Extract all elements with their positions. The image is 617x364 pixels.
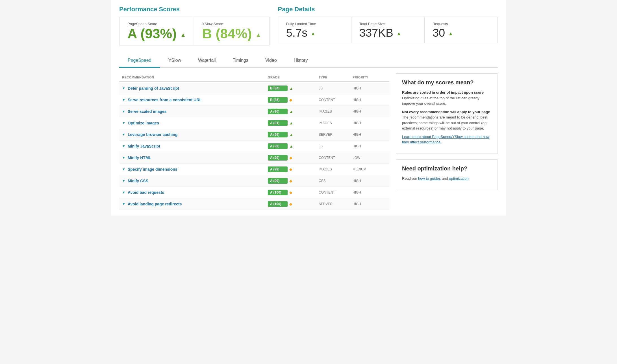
pagespeed-score-value: A (93%) ▲ [127, 27, 186, 41]
scores-bold2: Not every recommendation will apply to y… [402, 110, 490, 114]
tab-timings[interactable]: Timings [224, 54, 257, 68]
scores-info-p2: Not every recommendation will apply to y… [402, 109, 492, 131]
grade-pill: A (99) [268, 155, 288, 161]
rec-name-text: Specify image dimensions [128, 167, 177, 172]
scores-bold1: Rules are sorted in order of impact upon… [402, 90, 484, 95]
optimization-link[interactable]: optimization [449, 176, 468, 181]
page-size-box: Total Page Size 337KB ▲ [351, 17, 425, 43]
grade-pill: A (91) [268, 120, 288, 126]
col-grade: GRADE [268, 76, 319, 79]
loaded-time-box: Fully Loaded Time 5.7s ▲ [278, 17, 351, 43]
table-row: ▼ Serve resources from a consistent URL … [119, 94, 389, 106]
priority-cell: HIGH [353, 144, 386, 148]
toggle-arrow-icon: ▼ [122, 144, 125, 148]
rec-name[interactable]: ▼ Minify CSS [122, 179, 268, 183]
table-row: ▼ Leverage browser caching A (96) ▲ SERV… [119, 129, 389, 141]
details-panel: Fully Loaded Time 5.7s ▲ Total Page Size… [278, 17, 498, 43]
type-cell: IMAGES [319, 167, 353, 171]
table-row: ▼ Serve scaled images A (90) ▲ IMAGES HI… [119, 106, 389, 117]
priority-cell: HIGH [353, 121, 386, 125]
rec-name-text: Minify HTML [128, 155, 151, 160]
yslow-score-box: YSlow Score B (84%) ▲ [194, 17, 269, 45]
grade-bar: A (99) ▲ [268, 143, 319, 149]
tab-yslow[interactable]: YSlow [160, 54, 190, 68]
toggle-arrow-icon: ▼ [122, 190, 125, 194]
table-row: ▼ Avoid bad requests A (100) ◆ CONTENT H… [119, 187, 389, 198]
rec-name[interactable]: ▼ Optimize images [122, 121, 268, 125]
toggle-arrow-icon: ▼ [122, 133, 125, 137]
rec-name[interactable]: ▼ Minify HTML [122, 155, 268, 160]
page-size-value: 337KB ▲ [359, 27, 416, 38]
priority-cell: HIGH [353, 133, 386, 137]
tab-history[interactable]: History [285, 54, 316, 68]
toggle-arrow-icon: ▼ [122, 98, 125, 102]
grade-diamond-icon: ◆ [289, 190, 292, 195]
type-cell: SERVER [319, 202, 353, 206]
scores-info-title: What do my scores mean? [402, 79, 492, 86]
rec-name-text: Serve scaled images [128, 109, 167, 114]
rec-name-text: Defer parsing of JavaScript [128, 86, 179, 91]
yslow-score-value: B (84%) ▲ [202, 27, 261, 41]
scores-info-p1: Rules are sorted in order of impact upon… [402, 90, 492, 106]
loaded-time-arrow: ▲ [310, 31, 316, 36]
toggle-arrow-icon: ▼ [122, 156, 125, 160]
grade-pill: A (100) [268, 201, 288, 207]
table-row: ▼ Avoid landing page redirects A (100) ◆… [119, 198, 389, 210]
rec-name[interactable]: ▼ Specify image dimensions [122, 167, 268, 172]
requests-box: Requests 30 ▲ [425, 17, 497, 43]
type-cell: JS [319, 86, 353, 90]
grade-bar: A (91) ▲ [268, 120, 319, 126]
grade-pill: A (99) [268, 143, 288, 149]
rec-name[interactable]: ▼ Serve resources from a consistent URL [122, 98, 268, 102]
grade-pill: B (85) [268, 97, 288, 103]
type-cell: CONTENT [319, 190, 353, 194]
rec-name[interactable]: ▼ Defer parsing of JavaScript [122, 86, 268, 91]
toggle-arrow-icon: ▼ [122, 109, 125, 113]
tab-video[interactable]: Video [257, 54, 285, 68]
rec-name-text: Serve resources from a consistent URL [128, 98, 202, 102]
rec-name[interactable]: ▼ Avoid bad requests [122, 190, 268, 195]
table-row: ▼ Optimize images A (91) ▲ IMAGES HIGH [119, 117, 389, 129]
col-recommendation: RECOMMENDATION [122, 76, 268, 79]
type-cell: IMAGES [319, 121, 353, 125]
priority-cell: MEDIUM [353, 167, 386, 171]
grade-up-icon: ▲ [289, 144, 293, 148]
tab-waterfall[interactable]: Waterfall [190, 54, 224, 68]
priority-cell: HIGH [353, 202, 386, 206]
rec-name[interactable]: ▼ Avoid landing page redirects [122, 202, 268, 206]
recommendations-table-body: ▼ Defer parsing of JavaScript B (84) ▲ J… [119, 83, 389, 210]
yslow-score-label: YSlow Score [202, 22, 261, 26]
performance-scores-title: Performance Scores [119, 6, 270, 13]
toggle-arrow-icon: ▼ [122, 121, 125, 125]
page-details-title: Page Details [278, 6, 498, 13]
rec-name[interactable]: ▼ Leverage browser caching [122, 132, 268, 137]
grade-up-icon: ▲ [289, 121, 293, 125]
table-row: ▼ Minify CSS A (99) ◆ CSS HIGH [119, 175, 389, 187]
scores-learn-more-link[interactable]: Learn more about PageSpeed/YSlow scores … [402, 135, 489, 144]
requests-arrow: ▲ [448, 31, 453, 36]
tabs-container: PageSpeed YSlow Waterfall Timings Video … [119, 54, 498, 68]
type-cell: IMAGES [319, 109, 353, 113]
toggle-arrow-icon: ▼ [122, 179, 125, 183]
priority-cell: HIGH [353, 179, 386, 183]
loaded-time-value: 5.7s ▲ [286, 27, 343, 38]
priority-cell: HIGH [353, 86, 386, 90]
grade-bar: B (85) ◆ [268, 97, 319, 103]
rec-name-text: Avoid bad requests [128, 190, 164, 195]
scores-panel: PageSpeed Score A (93%) ▲ YSlow Score B … [119, 17, 270, 45]
grade-pill: A (99) [268, 166, 288, 172]
pagespeed-score-label: PageSpeed Score [127, 22, 186, 26]
priority-cell: HIGH [353, 109, 386, 113]
rec-name[interactable]: ▼ Serve scaled images [122, 109, 268, 114]
requests-label: Requests [433, 22, 490, 26]
tabs: PageSpeed YSlow Waterfall Timings Video … [119, 54, 498, 67]
recommendations-panel: RECOMMENDATION GRADE TYPE PRIORITY ▼ Def… [119, 73, 389, 210]
scores-info-card: What do my scores mean? Rules are sorted… [396, 73, 498, 154]
type-cell: SERVER [319, 133, 353, 137]
type-cell: CONTENT [319, 98, 353, 102]
rec-name[interactable]: ▼ Minify JavaScript [122, 144, 268, 148]
rec-name-text: Minify CSS [128, 179, 148, 183]
how-to-guides-link[interactable]: how to guides [418, 176, 441, 181]
page-size-label: Total Page Size [359, 22, 416, 26]
tab-pagespeed[interactable]: PageSpeed [119, 54, 160, 68]
